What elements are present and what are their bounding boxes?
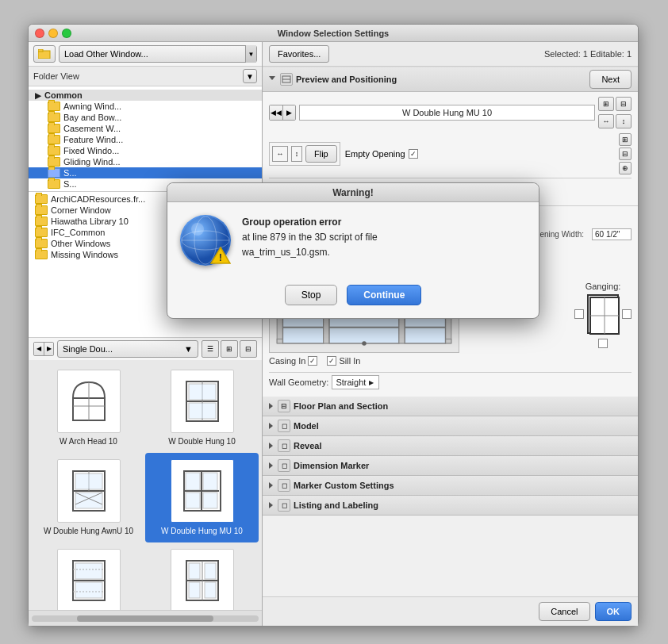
model-section[interactable]: ◻ Model [263, 416, 638, 436]
ganging-area: Ganging: [574, 282, 632, 348]
marker-custom-section[interactable]: ◻ Marker Custom Settings [263, 476, 638, 496]
folder-s1-label: S... [63, 168, 77, 178]
action-bar: Cancel OK [263, 596, 638, 626]
folder-gliding-label: Gliding Wind... [63, 157, 121, 167]
thumb-dhpic[interactable]: W Double Hung Picture 10 [32, 542, 145, 611]
ganging-left-checkbox[interactable] [574, 309, 584, 319]
right-panel: Favorites... Selected: 1 Editable: 1 Pre… [263, 42, 638, 626]
side-icon1[interactable]: ⊞ [619, 133, 632, 146]
nav-left[interactable]: ◀ [34, 343, 44, 355]
flip-vertical-icon[interactable]: ↕ [291, 146, 302, 162]
continue-button[interactable]: Continue [347, 285, 421, 305]
load-other-dropdown[interactable]: Load Other Window... ▼ [59, 45, 257, 63]
thumb-arch-head[interactable]: W Arch Head 10 [32, 363, 145, 453]
svg-rect-35 [189, 582, 200, 598]
folder-casement[interactable]: Casement W... [29, 123, 262, 134]
folder-icon-btn[interactable] [33, 45, 56, 63]
prev-right-btn[interactable]: ▶ [282, 105, 295, 120]
thumb-arch-head-label: W Arch Head 10 [60, 436, 117, 447]
favorites-button[interactable]: Favorites... [269, 45, 329, 63]
side-icon3[interactable]: ⊕ [619, 162, 632, 174]
ganging-box [587, 294, 619, 334]
ganging-bottom-checkbox[interactable] [598, 339, 608, 348]
left-panel: Load Other Window... ▼ Folder View ▼ ▶ C… [29, 42, 263, 626]
thumb-dhmu[interactable]: W Double Hung MU 10 [145, 453, 259, 542]
folder-other-label: Other Windows [51, 239, 110, 248]
casing-in-item: Casing In [269, 356, 317, 366]
ganging-label: Ganging: [585, 282, 621, 291]
folder-s2-label: S... [63, 179, 77, 189]
dimension-section[interactable]: ◻ Dimension Marker [263, 456, 638, 476]
view-dropdown[interactable]: Single Dou... ▼ [57, 340, 198, 358]
folder-awning[interactable]: Awning Wind... [29, 101, 262, 112]
folder-s1[interactable]: S... [29, 167, 262, 178]
warning-triangle-overlay: ! [210, 247, 231, 266]
empty-opening-section: Empty Opening [345, 149, 418, 159]
view-icon-large[interactable]: ⊟ [240, 340, 257, 358]
close-button[interactable] [35, 29, 44, 38]
folder-feature[interactable]: Feature Wind... [29, 134, 262, 145]
main-content: Load Other Window... ▼ Folder View ▼ ▶ C… [29, 42, 638, 626]
rough-width-value: 60 1/2" [592, 228, 632, 240]
next-button[interactable]: Next [589, 70, 632, 89]
svg-rect-13 [75, 473, 102, 489]
sill-in-label: Sill In [339, 356, 360, 366]
sill-in-checkbox[interactable] [327, 356, 336, 366]
thumb-dhawn-box [57, 459, 121, 523]
next-btn-container: Next [589, 70, 632, 89]
side-icon2[interactable]: ⊟ [619, 148, 632, 160]
stop-button[interactable]: Stop [285, 285, 338, 305]
preview-section-header[interactable]: Preview and Positioning Next [263, 67, 638, 92]
ganging-right-checkbox[interactable] [622, 309, 632, 319]
listing-section[interactable]: ◻ Listing and Labeling [263, 496, 638, 516]
marker-custom-title: Marker Custom Settings [294, 481, 394, 490]
svg-rect-36 [205, 582, 216, 598]
view-icon-grid[interactable]: ⊞ [221, 340, 238, 358]
folder-fixed[interactable]: Fixed Windo... [29, 145, 262, 156]
view-icon-list[interactable]: ☰ [202, 340, 219, 358]
preview-collapse-icon[interactable]: ⊟ [616, 97, 632, 111]
thumb-edw[interactable]: W Edwardian1 10 [145, 542, 259, 611]
folder-view-btn[interactable]: ▼ [243, 69, 257, 83]
thumb-double-hung[interactable]: W Double Hung 10 [145, 363, 259, 453]
thumb-edw-box [171, 549, 234, 611]
flip-icon[interactable]: ↔ [272, 146, 288, 162]
floor-plan-section[interactable]: ⊟ Floor Plan and Section [263, 397, 638, 416]
preview-expand-icon[interactable]: ⊞ [598, 97, 614, 111]
cancel-button[interactable]: Cancel [539, 602, 589, 621]
preview-mid-row: ↔ ↕ Flip Empty Opening ⊞ ⊟ ⊕ [269, 133, 632, 174]
folder-bay[interactable]: Bay and Bow... [29, 112, 262, 123]
scrollbar-thumb[interactable] [77, 615, 213, 622]
ok-button[interactable]: OK [595, 602, 632, 621]
preview-icon2[interactable]: ↔ [598, 114, 614, 128]
preview-section-title: Preview and Positioning [296, 75, 397, 84]
folder-fixed-label: Fixed Windo... [63, 146, 119, 155]
minimize-button[interactable] [48, 29, 58, 38]
reveal-icon: ◻ [278, 439, 290, 452]
wall-geo-value[interactable]: Straight ▶ [332, 375, 379, 389]
folder-hiawatha-label: Hiawatha Library 10 [51, 217, 129, 226]
preview-icon3[interactable]: ↕ [616, 114, 632, 128]
flip-button[interactable]: Flip [305, 145, 337, 163]
svg-rect-20 [186, 473, 200, 490]
folder-gliding[interactable]: Gliding Wind... [29, 156, 262, 167]
common-folder-header[interactable]: ▶ Common [29, 90, 262, 101]
scrollbar[interactable] [32, 615, 259, 622]
bottom-bar: ◀ ▶ Single Dou... ▼ ☰ ⊞ ⊟ [29, 337, 262, 360]
maximize-button[interactable] [62, 29, 71, 38]
thumbnail-grid: W Arch Head 10 W Double Hung 10 [29, 360, 262, 611]
preview-nav: ◀◀ ▶ [269, 105, 296, 121]
thumb-dhmu-label: W Double Hung MU 10 [161, 526, 243, 536]
thumb-dhawn[interactable]: W Double Hung AwnU 10 [32, 453, 145, 542]
reveal-section[interactable]: ◻ Reveal [263, 436, 638, 456]
nav-right[interactable]: ▶ [44, 343, 53, 355]
dialog-title-bar: Warning! [167, 183, 539, 202]
warning-dialog: Warning! [167, 182, 539, 319]
preview-icon-row1: ⊞ ⊟ [598, 97, 632, 111]
title-bar: Window Selection Settings [29, 25, 638, 42]
dialog-message-text: Group operation error at line 879 in the… [242, 215, 526, 261]
empty-opening-checkbox[interactable] [409, 149, 418, 159]
thumb-double-hung-box [171, 370, 234, 433]
prev-left-btn[interactable]: ◀◀ [270, 105, 282, 120]
casing-in-checkbox[interactable] [308, 356, 317, 366]
